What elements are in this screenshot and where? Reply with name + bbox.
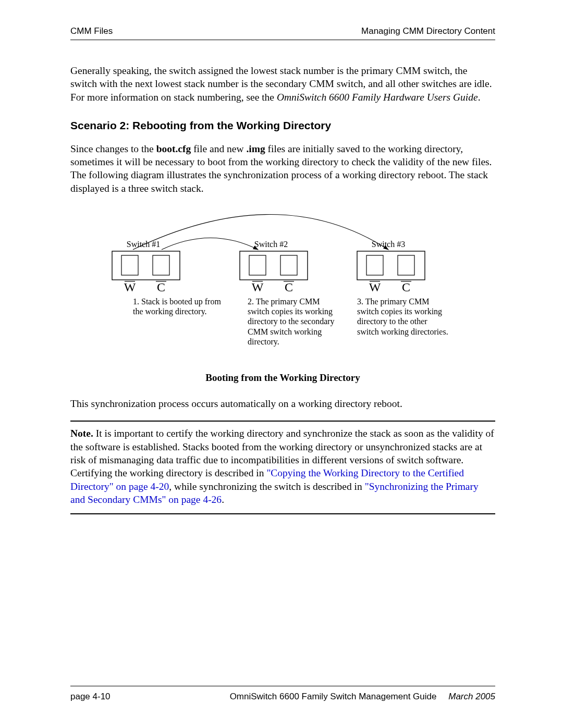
note-label: Note. [70, 428, 93, 439]
scenario-paragraph: Since changes to the boot.cfg file and n… [70, 142, 495, 195]
svg-rect-12 [366, 255, 383, 275]
footer-right: OmniSwitch 6600 Family Switch Management… [230, 692, 495, 702]
svg-rect-7 [249, 255, 266, 275]
header-right: Managing CMM Directory Content [361, 26, 495, 36]
note-seg3: . [222, 494, 224, 505]
sync-paragraph: This synchronization process occurs auto… [70, 397, 495, 410]
sw1-c: C [157, 280, 165, 294]
p2-bold1: boot.cfg [156, 143, 191, 154]
page-footer: page 4-10 OmniSwitch 6600 Family Switch … [70, 686, 495, 702]
diagram-svg: Switch #1 W C W C Switch #2 [91, 205, 467, 362]
sw1-w: W [124, 280, 136, 294]
footer-guide: OmniSwitch 6600 Family Switch Management… [230, 692, 437, 701]
svg-rect-1 [121, 255, 138, 275]
document-page: CMM Files Managing CMM Directory Content… [0, 0, 563, 728]
diagram-caption: Booting from the Working Directory [70, 372, 495, 384]
sw2-c: C [285, 280, 293, 294]
page-header: CMM Files Managing CMM Directory Content [70, 26, 495, 40]
header-left: CMM Files [70, 26, 113, 36]
footer-date: March 2005 [448, 692, 495, 701]
switch-label-1: Switch #1 [127, 240, 160, 249]
sw3-c: C [402, 280, 410, 294]
switch-label-3: Switch #3 [372, 240, 405, 249]
intro-paragraph: Generally speaking, the switch assigned … [70, 64, 495, 104]
intro-text-after: . [478, 92, 481, 103]
svg-rect-2 [153, 255, 169, 275]
footer-left: page 4-10 [70, 692, 111, 702]
step3-text: 3. The primary CMM switch copies its wor… [357, 297, 448, 337]
diagram: Switch #1 W C W C Switch #2 [70, 205, 495, 367]
svg-rect-13 [398, 255, 414, 275]
sw3-w: W [369, 280, 381, 294]
svg-rect-8 [280, 255, 297, 275]
p2-seg2: file and new [191, 143, 246, 154]
note-paragraph: Note. It is important to certify the wor… [70, 427, 495, 506]
p2-seg1: Since changes to the [70, 143, 156, 154]
step1-text: 1. Stack is booted up from the working d… [133, 297, 222, 316]
step2-text: 2. The primary CMM switch copies its wor… [248, 297, 339, 347]
note-block: Note. It is important to certify the wor… [70, 421, 495, 514]
p2-bold2: .img [246, 143, 265, 154]
section-heading: Scenario 2: Rebooting from the Working D… [70, 119, 495, 132]
switch-label-2: Switch #2 [254, 240, 288, 249]
note-seg2: , while synchronizing the switch is desc… [169, 481, 364, 492]
sw2-w: W [252, 280, 264, 294]
intro-italic: OmniSwitch 6600 Family Hardware Users Gu… [277, 92, 478, 103]
